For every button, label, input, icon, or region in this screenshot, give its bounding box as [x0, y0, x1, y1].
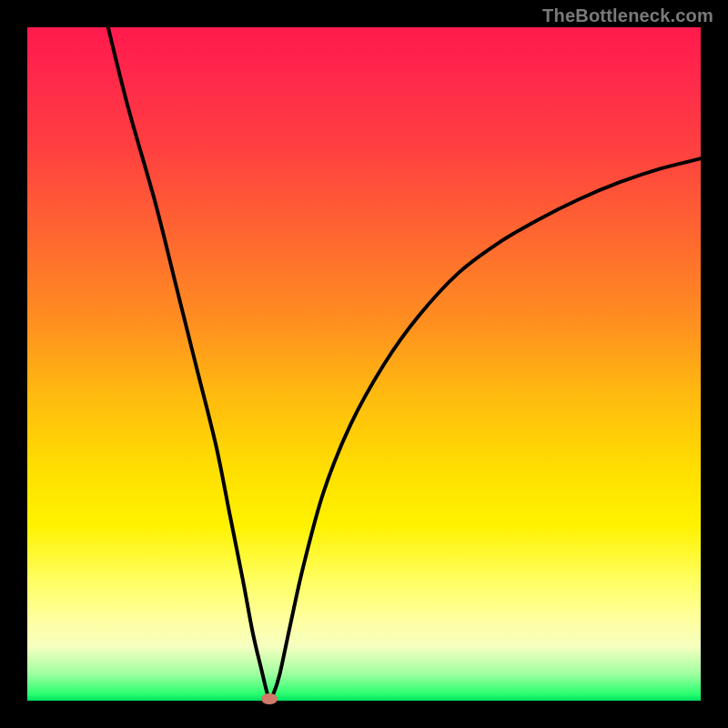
curve-layer [27, 27, 701, 701]
chart-frame: TheBottleneck.com [0, 0, 728, 728]
plot-area [27, 27, 701, 701]
watermark-text: TheBottleneck.com [542, 5, 713, 26]
bottleneck-curve [108, 27, 701, 699]
optimum-marker [261, 693, 278, 704]
